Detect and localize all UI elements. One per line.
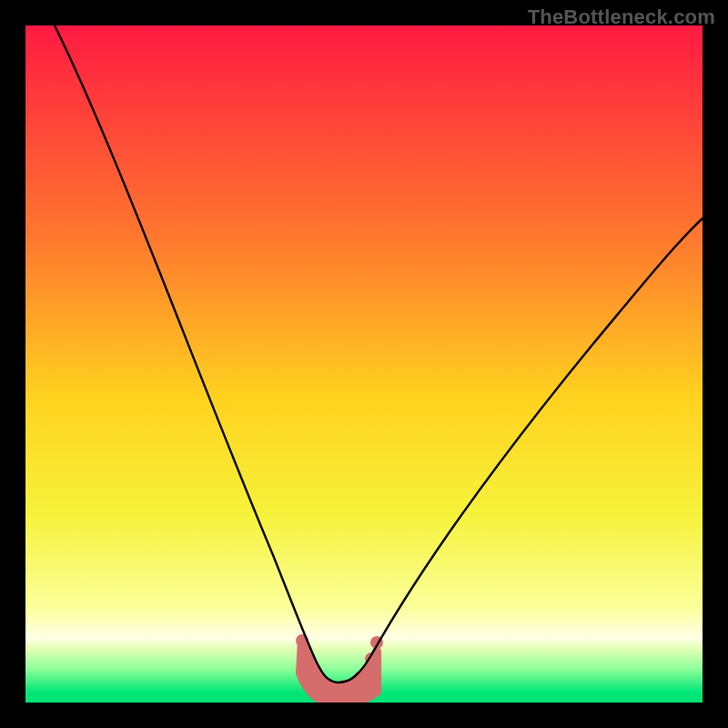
valley-dot bbox=[354, 671, 367, 683]
chart-stage: TheBottleneck.com bbox=[0, 0, 728, 728]
plot-background bbox=[25, 25, 703, 703]
watermark-text: TheBottleneck.com bbox=[528, 5, 715, 29]
bottleneck-chart bbox=[0, 0, 728, 728]
